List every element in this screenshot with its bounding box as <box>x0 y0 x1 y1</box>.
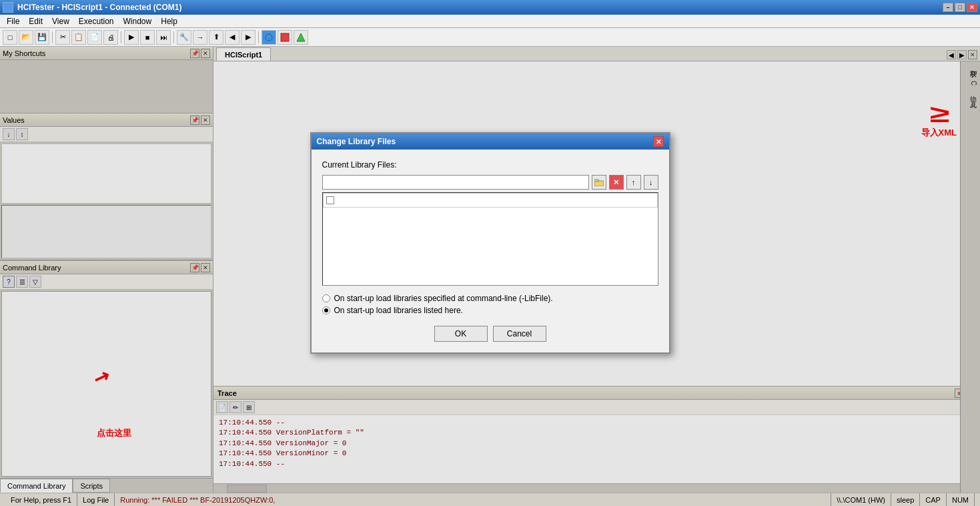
dialog-title: Change Library Files <box>317 137 396 146</box>
library-file-input[interactable] <box>322 175 589 190</box>
title-bar-left: HCITester - HCIScript1 - Connected (COM1… <box>3 2 181 13</box>
title-bar-controls: – □ ✕ <box>943 3 977 12</box>
radio-listed-label: On start-up load libraries listed here. <box>334 306 463 315</box>
tb-save[interactable]: 💾 <box>35 30 49 45</box>
svg-point-0 <box>266 34 272 41</box>
dialog-section-label: Current Library Files: <box>322 160 658 170</box>
dialog-cancel-button[interactable]: Cancel <box>493 326 546 342</box>
dialog-down-button[interactable]: ↓ <box>644 175 658 190</box>
tb-tool4[interactable]: ◀ <box>225 30 239 45</box>
menu-file[interactable]: File <box>3 15 23 27</box>
svg-rect-1 <box>281 33 289 41</box>
toolbar-sep3 <box>173 31 174 43</box>
tb-run[interactable]: ▶ <box>124 30 139 45</box>
tb-stop[interactable]: ■ <box>140 30 155 45</box>
change-library-dialog: Change Library Files ✕ Current Library F… <box>310 132 670 354</box>
tb-tool5[interactable]: ▶ <box>241 30 256 45</box>
toolbar-sep2 <box>121 31 121 43</box>
dialog-body: Current Library Files: ✕ ↑ ↓ <box>312 150 669 352</box>
tb-color1[interactable] <box>262 30 276 45</box>
tb-tool1[interactable]: 🔧 <box>177 30 191 45</box>
dialog-close-button[interactable]: ✕ <box>653 136 664 147</box>
status-help: For Help, press F1 <box>5 493 77 506</box>
toolbar: □ 📂 💾 ✂ 📋 📄 🖨 ▶ ■ ⏭ 🔧 → ⬆ ◀ ▶ <box>0 28 980 47</box>
tb-color3[interactable] <box>294 30 308 45</box>
status-logfile: Log File <box>77 493 115 506</box>
tb-color2[interactable] <box>278 30 292 45</box>
dialog-title-bar: Change Library Files ✕ <box>312 134 669 150</box>
status-bar: For Help, press F1 Log File Running: ***… <box>0 493 980 506</box>
radio-row-1: On start-up load libraries listed here. <box>322 306 658 315</box>
status-sleep: sleep <box>891 493 920 506</box>
tb-cut[interactable]: ✂ <box>55 30 70 45</box>
close-button[interactable]: ✕ <box>967 3 977 12</box>
radio-listed[interactable] <box>322 306 330 314</box>
toolbar-sep1 <box>52 31 53 43</box>
dialog-ok-button[interactable]: OK <box>434 326 488 342</box>
maximize-button[interactable]: □ <box>955 3 965 12</box>
tb-paste[interactable]: 📄 <box>87 30 102 45</box>
main-layout: My Shortcuts 📌 ✕ Values 📌 ✕ ↓ ↕ <box>0 47 980 493</box>
list-item-checkbox-0[interactable] <box>326 196 334 204</box>
library-files-list[interactable] <box>322 192 658 286</box>
menu-view[interactable]: View <box>48 15 73 27</box>
status-com: \\.\COM1 (HW) <box>831 493 891 506</box>
status-cap: CAP <box>920 493 947 506</box>
tb-tool3[interactable]: ⬆ <box>209 30 223 45</box>
dialog-overlay: Change Library Files ✕ Current Library F… <box>0 47 980 493</box>
window-title: HCITester - HCIScript1 - Connected (COM1… <box>17 3 181 12</box>
menu-bar: File Edit View Execution Window Help <box>0 15 980 28</box>
menu-execution[interactable]: Execution <box>75 15 118 27</box>
tb-tool2[interactable]: → <box>193 30 207 45</box>
tb-step[interactable]: ⏭ <box>156 30 171 45</box>
dialog-browse-button[interactable] <box>592 175 606 190</box>
radio-commandline[interactable] <box>322 294 330 302</box>
menu-window[interactable]: Window <box>119 15 156 27</box>
dialog-input-row: ✕ ↑ ↓ <box>322 175 658 190</box>
app-icon <box>3 2 13 13</box>
menu-edit[interactable]: Edit <box>25 15 47 27</box>
radio-commandline-label: On start-up load libraries specified at … <box>334 294 553 303</box>
svg-rect-4 <box>594 180 598 182</box>
radio-row-0: On start-up load libraries specified at … <box>322 294 658 303</box>
dialog-radio-group: On start-up load libraries specified at … <box>322 294 658 315</box>
dialog-buttons: OK Cancel <box>322 326 658 342</box>
dialog-delete-button[interactable]: ✕ <box>609 175 624 190</box>
minimize-button[interactable]: – <box>943 3 953 12</box>
menu-help[interactable]: Help <box>157 15 181 27</box>
svg-marker-2 <box>297 33 305 41</box>
list-item-0[interactable] <box>323 193 658 208</box>
tb-print[interactable]: 🖨 <box>103 30 118 45</box>
toolbar-sep4 <box>258 31 259 43</box>
title-bar: HCITester - HCIScript1 - Connected (COM1… <box>0 0 980 15</box>
tb-open[interactable]: 📂 <box>19 30 33 45</box>
status-run: Running: *** FAILED *** BF-20191205QHZW:… <box>115 493 831 506</box>
status-num: NUM <box>947 493 975 506</box>
dialog-up-button[interactable]: ↑ <box>626 175 641 190</box>
tb-new[interactable]: □ <box>3 30 17 45</box>
tb-copy[interactable]: 📋 <box>71 30 86 45</box>
